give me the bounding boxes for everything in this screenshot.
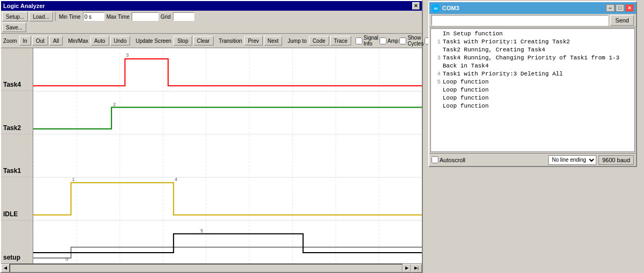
min-time-input[interactable] <box>83 12 104 21</box>
svg-text:4: 4 <box>175 177 177 182</box>
signal-info-checkbox-label[interactable]: Signal Info <box>355 35 378 47</box>
com3-statusbar: Autoscroll No line ending 9600 baud <box>429 153 636 166</box>
autoscroll-label: Autoscroll <box>440 157 465 163</box>
toolbar-row1-container: Setup... Load... Min Time Max Time Grid … <box>1 11 422 34</box>
com3-send-button[interactable]: Send <box>610 15 634 26</box>
signal-label-task1: Task1 <box>1 134 33 177</box>
amplitude-checkbox[interactable] <box>380 37 387 44</box>
line-text-6: Loop function <box>443 78 489 86</box>
line-text-7: Loop function <box>443 86 489 94</box>
toolbar-row1: Setup... Load... Min Time Max Time Grid <box>2 11 421 22</box>
right-panel: ∞ COM3 − □ ✕ Send In Setup function 1 Ta… <box>423 0 637 273</box>
com3-toolbar: Send <box>429 14 636 27</box>
toolbar-row2-container: Zoom In Out All Min/Max Auto Undo Update… <box>1 34 422 48</box>
output-line-9: Loop function <box>433 102 632 110</box>
amplitude-checkbox-label[interactable]: Amp <box>380 37 399 44</box>
line-num-2 <box>433 46 441 54</box>
autoscroll-checkbox[interactable] <box>431 156 438 163</box>
svg-text:5: 5 <box>201 228 203 233</box>
minmax-undo-button[interactable]: Undo <box>110 36 131 46</box>
show-cycles-checkbox-label[interactable]: Show Cycles <box>399 35 423 47</box>
show-cycles-checkbox[interactable] <box>399 37 406 44</box>
setup-label: setup <box>3 254 20 261</box>
line-num-5: 4 <box>433 70 441 78</box>
scroll-end-btn[interactable]: ▶| <box>411 264 422 272</box>
output-line-0: In Setup function <box>433 30 632 38</box>
svg-text:3: 3 <box>126 52 128 58</box>
line-text-8: Loop function <box>443 94 489 102</box>
min-time-label: Min Time <box>59 14 81 20</box>
com3-title: COM3 <box>442 5 459 11</box>
minmax-auto-button[interactable]: Auto <box>90 36 109 46</box>
load-button[interactable]: Load... <box>29 12 53 21</box>
output-line-3: 3 Task4 Running, Changing Priority of Ta… <box>433 54 632 62</box>
update-screen-label: Update Screen <box>135 38 171 44</box>
update-clear-button[interactable]: Clear <box>193 36 214 46</box>
svg-text:1: 1 <box>72 177 75 182</box>
line-num-0 <box>433 30 441 38</box>
zoom-all-button[interactable]: All <box>49 36 63 46</box>
com3-output[interactable]: In Setup function 1 Task1 with Priority:… <box>430 28 635 152</box>
com3-maximize-btn[interactable]: □ <box>616 4 624 12</box>
main-content: Task4 Task2 Task1 IDLE setup <box>1 48 422 263</box>
grid-label: Grid <box>161 14 171 20</box>
jumpto-code-button[interactable]: Code <box>309 36 329 46</box>
zoom-out-button[interactable]: Out <box>32 36 48 46</box>
output-line-5: 4 Task1 with Priority:3 Deleting All <box>433 70 632 78</box>
line-num-4 <box>433 62 441 70</box>
output-line-1: 1 Task1 with Priority:1 Creating Task2 <box>433 38 632 46</box>
jumpto-label: Jump to <box>287 38 307 44</box>
max-time-label: Max Time <box>107 14 130 20</box>
line-ending-select[interactable]: No line ending <box>548 155 596 165</box>
transition-label: Transition <box>219 38 243 44</box>
svg-text:2: 2 <box>113 102 116 107</box>
output-line-7: Loop function <box>433 86 632 94</box>
sep1 <box>55 12 56 21</box>
grid-input[interactable] <box>173 12 194 21</box>
scrollbar-track[interactable] <box>10 264 403 272</box>
jumpto-trace-button[interactable]: Trace <box>330 36 351 46</box>
signal-label-setup: setup <box>1 221 33 263</box>
waveform-area[interactable]: 3 2 1 4 5 0 <box>33 48 422 263</box>
com3-window: ∞ COM3 − □ ✕ Send In Setup function 1 Ta… <box>428 1 637 167</box>
line-num-7 <box>433 86 441 94</box>
logic-analyzer-titlebar: Logic Analyzer ✕ <box>1 1 422 11</box>
line-num-8 <box>433 94 441 102</box>
toolbar-row2: Save... <box>2 22 421 33</box>
logic-analyzer-title: Logic Analyzer <box>3 3 412 9</box>
zoom-label: Zoom <box>3 38 17 44</box>
line-num-9 <box>433 102 441 110</box>
line-text-2: Task2 Running, Creating Task4 <box>443 46 545 54</box>
save-button[interactable]: Save... <box>2 22 26 32</box>
com3-minimize-btn[interactable]: − <box>606 4 615 12</box>
logic-analyzer-close-btn[interactable]: ✕ <box>412 2 420 10</box>
transition-next-button[interactable]: Next <box>264 36 283 46</box>
output-line-4: Back in Task4 <box>433 62 632 70</box>
baud-rate-display: 9600 baud <box>598 155 634 165</box>
zoom-in-button[interactable]: In <box>19 36 31 46</box>
autoscroll-checkbox-label[interactable]: Autoscroll <box>431 156 465 163</box>
transition-prev-button[interactable]: Prev <box>244 36 263 46</box>
update-stop-button[interactable]: Stop <box>173 36 192 46</box>
signal-info-checkbox[interactable] <box>355 37 362 44</box>
signal-label-idle: IDLE <box>1 177 33 220</box>
setup-button[interactable]: Setup... <box>2 12 28 21</box>
max-time-input[interactable] <box>132 12 158 21</box>
signal-info-label: Signal Info <box>363 35 378 47</box>
line-num-3: 3 <box>433 54 441 62</box>
task1-label: Task1 <box>3 167 21 175</box>
waveform-svg: 3 2 1 4 5 0 <box>33 48 422 263</box>
scroll-right-btn[interactable]: ▶ <box>403 264 411 272</box>
scroll-left-btn[interactable]: ◀ <box>1 264 10 272</box>
logic-analyzer-window: Logic Analyzer ✕ Setup... Load... Min Ti… <box>0 0 423 273</box>
svg-text:0: 0 <box>66 256 69 262</box>
com3-close-btn[interactable]: ✕ <box>625 4 634 12</box>
signal-label-task4: Task4 <box>1 48 33 91</box>
line-text-5: Task1 with Priority:3 Deleting All <box>443 70 563 78</box>
line-text-1: Task1 with Priority:1 Creating Task2 <box>443 38 570 46</box>
task2-label: Task2 <box>3 124 21 132</box>
com3-icon: ∞ <box>431 4 440 12</box>
com3-send-input[interactable] <box>431 15 608 26</box>
com3-title-left: ∞ COM3 <box>431 4 459 12</box>
show-cycles-label: Show Cycles <box>407 35 423 47</box>
